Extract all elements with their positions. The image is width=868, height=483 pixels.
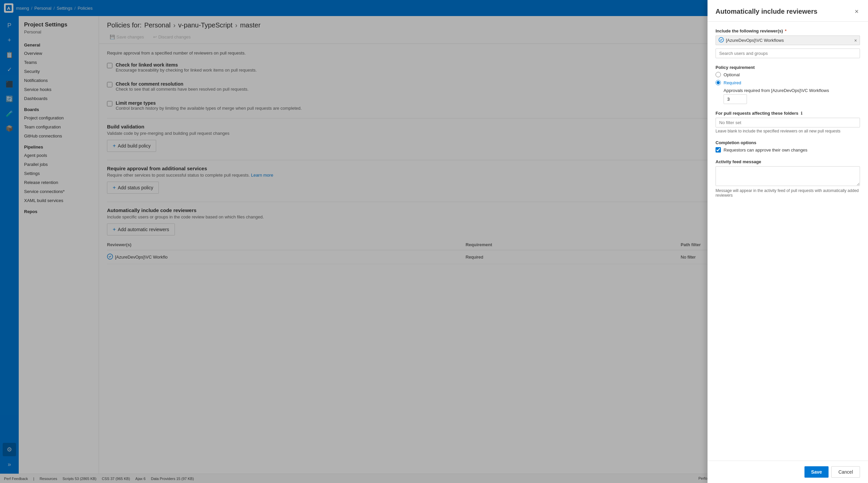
- modal-save-button[interactable]: Save: [804, 466, 829, 478]
- reviewer-form-group: Include the following reviewer(s) * [Azu…: [716, 28, 860, 58]
- approvals-sub-form: Approvals required from [AzureDevOps]\VC…: [723, 88, 860, 104]
- modal-panel: Automatically include reviewers × Includ…: [708, 0, 868, 483]
- policy-requirement-label: Policy requirement: [716, 65, 860, 70]
- approvals-number-input[interactable]: [723, 94, 747, 104]
- completion-checkbox-input[interactable]: [716, 147, 721, 153]
- info-icon: ℹ: [801, 111, 803, 116]
- reviewer-tag-icon: [718, 37, 724, 43]
- radio-optional-input[interactable]: [716, 72, 721, 77]
- folders-label: For pull requests affecting these folder…: [716, 111, 860, 116]
- reviewer-search-input[interactable]: [716, 49, 860, 58]
- activity-feed-group: Activity feed message Message will appea…: [716, 159, 860, 198]
- reviewer-tag: [AzureDevOps]\VC Workflows ×: [716, 35, 860, 45]
- modal-header: Automatically include reviewers ×: [708, 0, 868, 22]
- activity-feed-label: Activity feed message: [716, 159, 860, 164]
- folders-hint: Leave blank to include the specified rev…: [716, 129, 860, 133]
- modal-footer: Save Cancel: [708, 461, 868, 483]
- folders-input[interactable]: [716, 118, 860, 127]
- approvals-sub-label: Approvals required from [AzureDevOps]\VC…: [723, 88, 860, 93]
- activity-feed-input[interactable]: [716, 166, 860, 186]
- completion-options-label: Completion options: [716, 140, 860, 145]
- policy-requirement-group: Policy requirement Optional Required App…: [716, 65, 860, 104]
- modal-body: Include the following reviewer(s) * [Azu…: [708, 22, 868, 461]
- activity-feed-hint: Message will appear in the activity feed…: [716, 188, 860, 198]
- reviewer-tag-remove-button[interactable]: ×: [854, 38, 857, 43]
- radio-required-input[interactable]: [716, 80, 721, 85]
- completion-options-group: Completion options Requestors can approv…: [716, 140, 860, 153]
- modal-cancel-button[interactable]: Cancel: [831, 466, 860, 478]
- reviewer-form-label: Include the following reviewer(s) *: [716, 28, 860, 33]
- radio-optional[interactable]: Optional: [716, 72, 860, 77]
- modal-close-button[interactable]: ×: [853, 7, 860, 16]
- modal-title: Automatically include reviewers: [716, 8, 817, 16]
- reviewer-tag-name: [AzureDevOps]\VC Workflows: [726, 38, 784, 43]
- completion-checkbox-label: Requestors can approve their own changes: [723, 148, 807, 153]
- radio-required[interactable]: Required: [716, 80, 860, 85]
- modal-overlay[interactable]: Automatically include reviewers × Includ…: [0, 0, 868, 483]
- folders-form-group: For pull requests affecting these folder…: [716, 111, 860, 133]
- completion-checkbox-item[interactable]: Requestors can approve their own changes: [716, 147, 860, 153]
- policy-requirement-radio-group: Optional Required: [716, 72, 860, 85]
